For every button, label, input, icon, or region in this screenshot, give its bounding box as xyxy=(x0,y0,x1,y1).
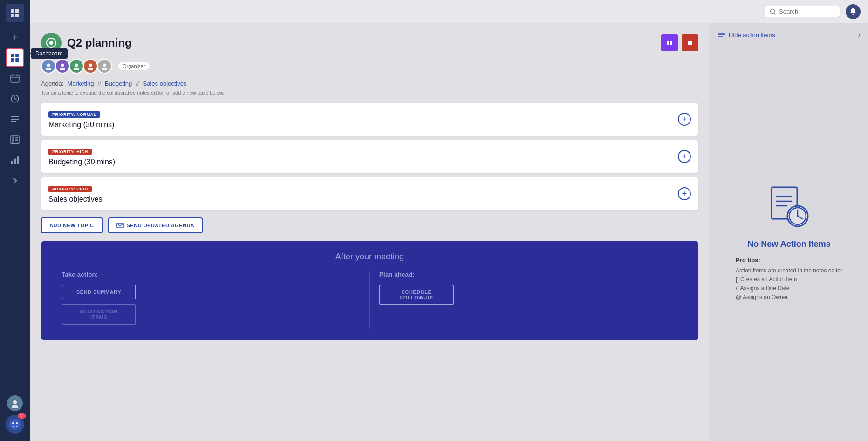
attendees-row: Organizer xyxy=(41,59,698,74)
pause-button[interactable] xyxy=(661,34,678,51)
hide-action-items-button[interactable]: Hide action items xyxy=(718,32,775,39)
svg-rect-2 xyxy=(11,58,14,62)
send-agenda-button[interactable]: SEND UPDATED AGENDA xyxy=(108,217,203,233)
svg-point-35 xyxy=(74,68,79,70)
sidebar-item-dashboard[interactable] xyxy=(6,48,24,67)
priority-badge-normal: PRIORITY: NORMAL xyxy=(48,111,100,118)
meeting-type-icon xyxy=(45,37,57,49)
meeting-header: Q2 planning xyxy=(41,33,698,53)
right-panel-header: Hide action items › xyxy=(710,23,868,44)
take-action-label: Take action: xyxy=(62,271,360,278)
notification-bell[interactable] xyxy=(846,4,861,19)
plan-ahead-col: Plan ahead: SCHEDULE FOLLOW-UP xyxy=(370,271,687,329)
sidebar-item-analytics[interactable] xyxy=(6,151,24,170)
sidebar-item-add[interactable]: + xyxy=(6,28,24,47)
attendee-avatar[interactable] xyxy=(41,59,56,74)
search-icon xyxy=(770,8,776,15)
stop-button[interactable] xyxy=(682,34,698,51)
agenda-link-sales[interactable]: Sales objectives xyxy=(143,80,187,87)
search-input[interactable] xyxy=(779,8,835,15)
after-meeting-columns: Take action: SEND SUMMARY SEND ACTION IT… xyxy=(52,271,687,329)
svg-point-37 xyxy=(88,68,93,70)
svg-line-23 xyxy=(774,13,776,14)
topic-card-marketing[interactable]: PRIORITY: NORMAL Marketing (30 mins) + xyxy=(41,103,698,136)
topbar xyxy=(30,0,868,23)
calendar-icon xyxy=(10,74,20,83)
chevron-right-icon[interactable]: › xyxy=(858,31,861,39)
meeting-title: Q2 planning xyxy=(67,36,132,49)
priority-badge-high: PRIORITY: HIGH xyxy=(48,149,92,155)
clock-icon xyxy=(10,94,20,103)
hamburger-icon xyxy=(11,116,19,122)
pro-tip-2: [] Creates an Action Item xyxy=(736,275,842,284)
agenda-link-marketing[interactable]: Marketing xyxy=(67,80,94,87)
svg-rect-1 xyxy=(15,54,19,57)
app-logo[interactable] xyxy=(6,4,24,22)
topic-card-sales[interactable]: PRIORITY: HIGH Sales objectives + xyxy=(41,177,698,210)
topic-expand-button[interactable]: + xyxy=(678,187,691,200)
svg-point-34 xyxy=(75,64,78,67)
svg-rect-29 xyxy=(688,41,692,45)
topic-expand-button[interactable]: + xyxy=(678,150,691,163)
svg-point-36 xyxy=(89,64,92,67)
grid-icon xyxy=(10,53,20,62)
search-container[interactable] xyxy=(765,6,840,17)
sidebar-item-calendar[interactable] xyxy=(6,69,24,88)
schedule-followup-button[interactable]: SCHEDULE FOLLOW-UP xyxy=(379,285,454,305)
svg-point-19 xyxy=(9,419,21,430)
pause-icon xyxy=(666,40,673,46)
pro-tip-4: @ Assigns an Owner xyxy=(736,293,842,302)
action-items-empty-state: No New Action Items Pro tips: Action Ite… xyxy=(710,44,868,441)
analytics-icon xyxy=(10,156,20,165)
topic-card-budgeting[interactable]: PRIORITY: HIGH Budgeting (30 mins) + xyxy=(41,140,698,173)
pro-tips: Pro tips: Action Items are created in th… xyxy=(736,257,842,302)
send-action-items-button[interactable]: SEND ACTION ITEMS xyxy=(62,304,136,325)
svg-rect-27 xyxy=(667,41,669,45)
svg-point-24 xyxy=(853,14,854,15)
agenda-label: Agenda: xyxy=(41,80,63,87)
sidebar: + xyxy=(0,0,30,441)
no-items-title: No New Action Items xyxy=(747,239,830,249)
svg-point-18 xyxy=(12,405,18,408)
stop-icon xyxy=(687,40,693,46)
agenda-link-budgeting[interactable]: Budgeting xyxy=(105,80,132,87)
topic-expand-button[interactable]: + xyxy=(678,113,691,126)
envelope-icon xyxy=(116,222,124,229)
sidebar-item-recent[interactable] xyxy=(6,89,24,108)
sidebar-item-templates[interactable] xyxy=(6,130,24,149)
attendee-avatar[interactable] xyxy=(83,59,98,74)
svg-point-21 xyxy=(16,422,18,424)
priority-badge-high: PRIORITY: HIGH xyxy=(48,186,92,192)
sidebar-item-forward[interactable] xyxy=(6,171,24,190)
svg-rect-3 xyxy=(15,58,19,62)
sidebar-item-menu[interactable] xyxy=(6,110,24,129)
svg-point-39 xyxy=(102,68,107,70)
svg-rect-28 xyxy=(670,41,672,45)
svg-point-17 xyxy=(13,400,17,404)
topic-name: Marketing (30 mins) xyxy=(48,121,678,129)
mascot-button[interactable]: 31 xyxy=(6,415,24,434)
attendee-avatar[interactable] xyxy=(55,59,70,74)
svg-point-20 xyxy=(12,422,14,424)
topic-name: Sales objectives xyxy=(48,195,678,204)
attendee-avatar[interactable] xyxy=(97,59,112,74)
svg-rect-40 xyxy=(117,223,123,228)
pro-tip-3: // Assigns a Due Date xyxy=(736,284,842,293)
send-summary-button[interactable]: SEND SUMMARY xyxy=(62,285,136,299)
user-avatar[interactable] xyxy=(7,395,23,411)
notification-count: 31 xyxy=(18,413,26,419)
meeting-controls xyxy=(661,34,698,51)
svg-point-38 xyxy=(103,64,106,67)
svg-point-33 xyxy=(60,68,65,70)
bell-icon xyxy=(849,8,857,15)
add-topic-button[interactable]: ADD NEW TOPIC xyxy=(41,217,103,233)
svg-rect-0 xyxy=(11,54,14,57)
dashboard-tooltip: Dashboard xyxy=(31,48,68,59)
svg-point-22 xyxy=(771,9,775,13)
svg-point-52 xyxy=(797,215,799,217)
svg-point-30 xyxy=(47,64,50,67)
action-buttons: ADD NEW TOPIC SEND UPDATED AGENDA xyxy=(41,217,698,233)
template-icon xyxy=(10,135,20,144)
attendee-avatar[interactable] xyxy=(69,59,84,74)
svg-rect-15 xyxy=(14,159,16,164)
